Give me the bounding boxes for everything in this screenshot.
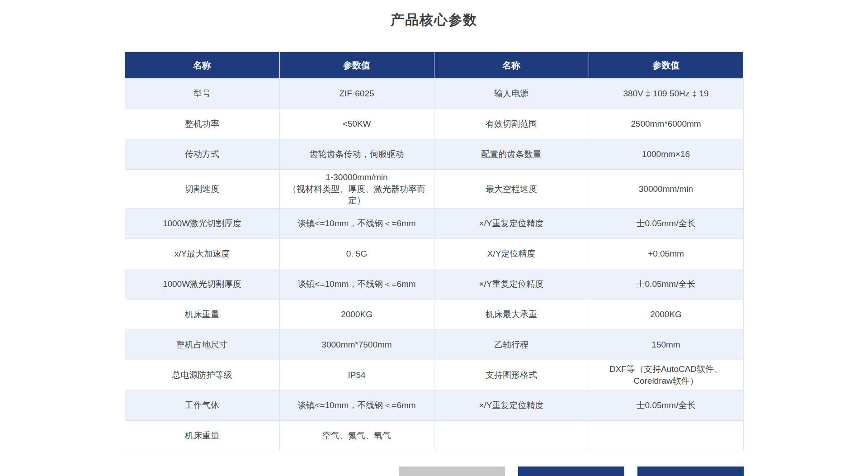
param-name-cell: 机床重量 [125, 299, 279, 329]
param-value-cell: 齿轮齿条传动，伺服驱动 [279, 139, 434, 170]
param-value-cell: 谈镇<=10mm，不线钢＜=6mm [279, 390, 434, 420]
param-name-cell: 最大空程速度 [434, 170, 589, 209]
param-value-cell: 2000KG [589, 299, 743, 329]
table-header-row: 名称参数值名称参数值 [125, 52, 743, 79]
table-row: 整机占地尺寸3000mm*7500mm乙轴行程150mm [125, 329, 743, 360]
table-header-cell: 参数值 [279, 52, 434, 79]
table-row: 切割速度1-30000mm/min （视材料类型、厚度、激光器功率而定）最大空程… [125, 170, 743, 209]
param-value-cell: 2500mm*6000mm [589, 109, 743, 139]
param-value-cell: 空气、氮气、氧气 [279, 420, 434, 451]
table-body: 型号ZIF-6025输人电源380V ‡ 109 50Hz ‡ 19整机功率<5… [125, 79, 743, 451]
param-name-cell: 机床最大承重 [434, 299, 589, 329]
param-value-cell: 士0.05mm/全长 [589, 208, 743, 238]
table-row: 型号ZIF-6025输人电源380V ‡ 109 50Hz ‡ 19 [125, 79, 743, 109]
param-name-cell: 总电源防护等级 [125, 360, 279, 390]
param-name-cell: X/Y定位精度 [434, 238, 589, 269]
page-title: 产品核心参数 [0, 0, 868, 29]
table-row: 整机功率<50KW有效切割范围2500mm*6000mm [125, 109, 743, 139]
param-name-cell: 有效切割范围 [434, 109, 589, 139]
param-name-cell: ×/Y重复定位精度 [434, 269, 589, 299]
param-value-cell: +0.05mm [589, 238, 743, 269]
param-value-cell: 380V ‡ 109 50Hz ‡ 19 [589, 79, 743, 109]
param-value-cell: 谈镇<=10mm，不线钢＜=6mm [279, 269, 434, 299]
table-header-cell: 名称 [434, 52, 589, 79]
contact-buttons: 具体参数请点击 具体参数请点击 [399, 466, 744, 476]
table-header-cell: 参数值 [589, 52, 743, 79]
param-value-cell: 1-30000mm/min （视材料类型、厚度、激光器功率而定） [279, 170, 434, 209]
param-name-cell: 整机占地尺寸 [125, 329, 279, 360]
param-name-cell [434, 420, 589, 451]
param-name-cell: 配置的齿条数量 [434, 139, 589, 170]
param-name-cell: 整机功率 [125, 109, 279, 139]
content-container: 名称参数值名称参数值 型号ZIF-6025输人电源380V ‡ 109 50Hz… [125, 52, 744, 476]
param-name-cell: 工作气体 [125, 390, 279, 420]
param-value-cell: 士0.05mm/全长 [589, 269, 743, 299]
product-parameters-page: 产品核心参数 名称参数值名称参数值 型号ZIF-6025输人电源380V ‡ 1… [0, 0, 868, 476]
param-name-cell: x/Y最大加速度 [125, 238, 279, 269]
param-name-cell: 1000W激光切割厚度 [125, 269, 279, 299]
param-value-cell: 2000KG [279, 299, 434, 329]
footer-bar: 个性化定制咨询热线：15307137360 具体参数请点击 [125, 466, 744, 476]
table-row: 1000W激光切割厚度谈镇<=10mm，不线钢＜=6mm×/Y重复定位精度士0.… [125, 208, 743, 238]
param-name-cell: ×/Y重复定位精度 [434, 390, 589, 420]
param-value-cell: 士0.05mm/全长 [589, 390, 743, 420]
param-value-cell: 0. 5G [279, 238, 434, 269]
param-name-cell: ×/Y重复定位精度 [434, 208, 589, 238]
table-row: 总电源防护等级IP54支持图形格式DXF等（支持AutoCAD软件、 Corel… [125, 360, 743, 390]
param-value-cell: <50KW [279, 109, 434, 139]
table-row: 1000W激光切割厚度谈镇<=10mm，不线钢＜=6mm×/Y重复定位精度士0.… [125, 269, 743, 299]
param-value-cell: 150mm [589, 329, 743, 360]
param-value-cell: IP54 [279, 360, 434, 390]
param-name-cell: 机床重量 [125, 420, 279, 451]
param-name-cell: 切割速度 [125, 170, 279, 209]
table-row: 工作气体谈镇<=10mm，不线钢＜=6mm×/Y重复定位精度士0.05mm/全长 [125, 390, 743, 420]
param-name-cell: 乙轴行程 [434, 329, 589, 360]
table-header-cell: 名称 [125, 52, 279, 79]
param-name-cell: 输人电源 [434, 79, 589, 109]
table-header: 名称参数值名称参数值 [125, 52, 743, 79]
param-value-cell: 1000mm×16 [589, 139, 743, 170]
param-value-cell: 3000mm*7500mm [279, 329, 434, 360]
param-name-cell: 型号 [125, 79, 279, 109]
param-value-cell: DXF等（支持AutoCAD软件、 Coreldraw软件） [589, 360, 743, 390]
contact-button-customer-service[interactable]: 具体参数请点击 [399, 466, 505, 476]
parameters-table: 名称参数值名称参数值 型号ZIF-6025输人电源380V ‡ 109 50Hz… [125, 52, 744, 451]
table-row: 机床重量空气、氮气、氧气 [125, 420, 743, 451]
param-value-cell: 谈镇<=10mm，不线钢＜=6mm [279, 208, 434, 238]
param-name-cell: 1000W激光切割厚度 [125, 208, 279, 238]
param-name-cell: 传动方式 [125, 139, 279, 170]
contact-button-phone[interactable]: 具体参数请点击 [518, 466, 624, 476]
table-row: 机床重量2000KG机床最大承重2000KG [125, 299, 743, 329]
param-value-cell: 30000mm/min [589, 170, 743, 209]
table-row: x/Y最大加速度0. 5GX/Y定位精度+0.05mm [125, 238, 743, 269]
param-name-cell: 支持图形格式 [434, 360, 589, 390]
contact-button-document[interactable]: 具体参数请点击 [637, 466, 744, 476]
param-value-cell: ZIF-6025 [279, 79, 434, 109]
table-row: 传动方式齿轮齿条传动，伺服驱动配置的齿条数量1000mm×16 [125, 139, 743, 170]
param-value-cell [589, 420, 743, 451]
